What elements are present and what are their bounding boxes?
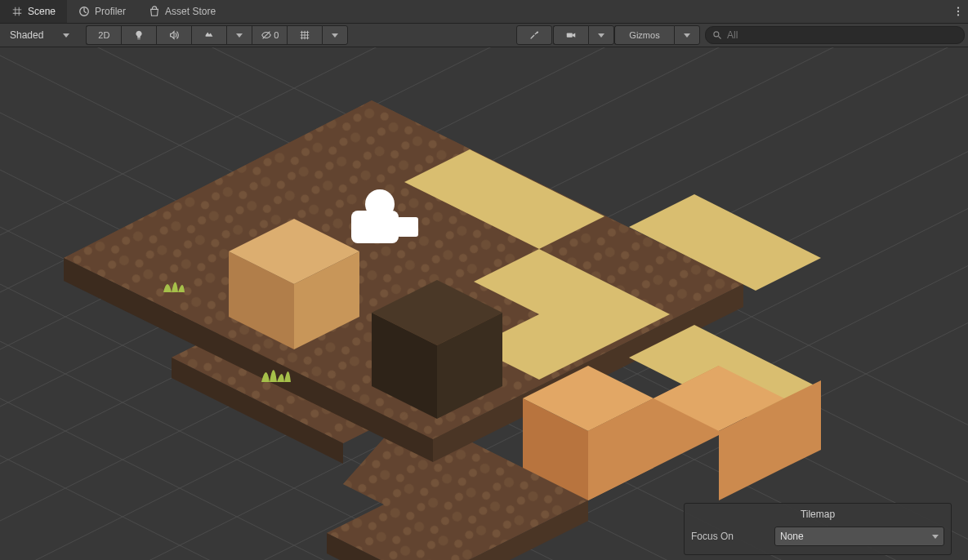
camera-dropdown-button[interactable] <box>588 25 614 45</box>
camera-group <box>553 25 614 45</box>
chevron-down-icon <box>63 33 69 38</box>
chevron-down-icon <box>932 535 939 539</box>
grid-snap-icon <box>299 29 310 41</box>
view-toggle-group: 2D 0 <box>86 25 348 45</box>
fx-icon <box>203 29 215 41</box>
chevron-down-icon <box>332 33 338 38</box>
fx-toggle-button[interactable] <box>191 25 226 45</box>
speaker-icon <box>168 29 180 41</box>
fx-dropdown-button[interactable] <box>226 25 252 45</box>
kebab-icon <box>952 6 964 17</box>
chevron-down-icon <box>684 33 690 38</box>
shading-mode-dropdown[interactable]: Shaded <box>3 26 76 44</box>
grid-snap-dropdown-button[interactable] <box>322 25 348 45</box>
svg-rect-69 <box>397 217 418 237</box>
lighting-toggle-button[interactable] <box>121 25 156 45</box>
grid-hash-icon <box>11 6 23 17</box>
tools-icon <box>529 29 540 41</box>
tilemap-scene <box>0 47 968 560</box>
profiler-icon <box>78 6 90 17</box>
tab-bar: Scene Profiler Asset Store <box>0 0 968 24</box>
focus-on-value: None <box>780 531 804 542</box>
tab-asset-store-label: Asset Store <box>165 6 216 17</box>
tab-scene-label: Scene <box>28 6 56 17</box>
scene-search[interactable] <box>705 26 965 44</box>
svg-rect-4 <box>567 33 573 37</box>
gizmos-button[interactable]: Gizmos <box>614 25 674 45</box>
gizmos-dropdown-button[interactable] <box>674 25 700 45</box>
svg-rect-68 <box>351 211 399 243</box>
svg-point-1 <box>957 7 959 8</box>
svg-point-3 <box>957 14 959 16</box>
focus-on-dropdown[interactable]: None <box>774 527 944 546</box>
scene-search-input[interactable] <box>725 29 957 42</box>
tab-profiler-label: Profiler <box>95 6 126 17</box>
grid-snap-button[interactable] <box>287 25 322 45</box>
camera-gizmo[interactable] <box>343 186 425 254</box>
svg-point-2 <box>957 11 959 12</box>
bag-icon <box>149 6 160 17</box>
eye-off-icon <box>261 29 272 41</box>
gizmos-group: Gizmos <box>614 25 700 45</box>
camera-gizmo-icon <box>343 186 425 251</box>
focus-on-label: Focus On <box>691 531 765 542</box>
chevron-down-icon <box>236 33 243 38</box>
shading-mode-label: Shaded <box>10 29 43 41</box>
lightbulb-icon <box>133 29 145 41</box>
tab-asset-store[interactable]: Asset Store <box>137 0 227 23</box>
tilemap-overlay: Tilemap Focus On None <box>684 503 952 555</box>
chevron-down-icon <box>598 33 604 38</box>
scene-toolbar: Shaded 2D 0 Gizmos <box>0 24 968 47</box>
camera-icon <box>565 29 577 41</box>
audio-toggle-button[interactable] <box>156 25 191 45</box>
scene-viewport[interactable]: Tilemap Focus On None <box>0 47 968 560</box>
camera-button[interactable] <box>553 25 588 45</box>
hidden-objects-button[interactable]: 0 <box>252 25 287 45</box>
search-icon <box>712 30 722 40</box>
2d-toggle-button[interactable]: 2D <box>86 25 121 45</box>
svg-point-5 <box>714 32 719 37</box>
tilemap-overlay-title: Tilemap <box>691 509 944 520</box>
tab-profiler[interactable]: Profiler <box>67 0 137 23</box>
tab-options-button[interactable] <box>948 0 968 23</box>
tools-button[interactable] <box>516 25 552 45</box>
tab-scene[interactable]: Scene <box>0 0 67 23</box>
